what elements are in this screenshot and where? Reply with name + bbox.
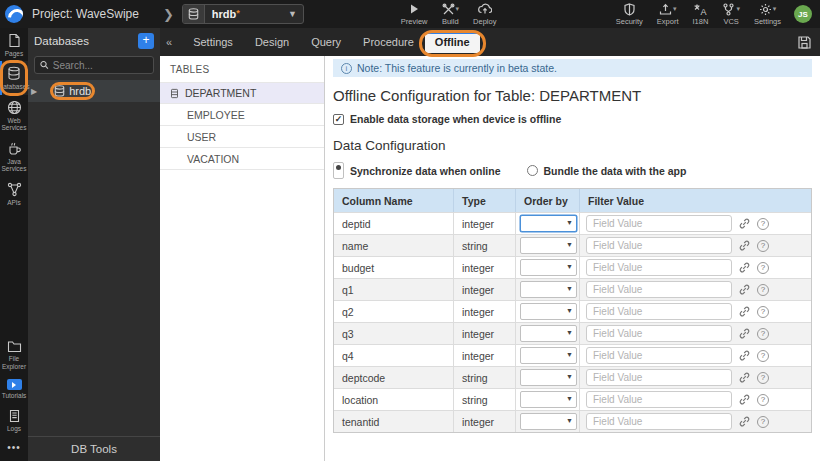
log-document-icon <box>8 409 21 423</box>
database-selector[interactable]: hrdb* ▼ <box>182 4 304 24</box>
database-selector-value: hrdb* <box>212 8 240 20</box>
security-button[interactable]: Security <box>616 3 643 26</box>
table-row: q3 integer ▼ ? <box>334 322 811 344</box>
tab-offline[interactable]: Offline <box>425 32 480 53</box>
bundle-data-radio[interactable] <box>527 165 538 176</box>
rail-item-logs[interactable]: Logs <box>0 404 28 436</box>
chevron-down-icon: ▾ <box>773 5 777 13</box>
filter-value-input[interactable] <box>586 413 732 430</box>
rail-item-web-services[interactable]: Web Services <box>0 95 28 136</box>
bind-link-icon[interactable] <box>738 217 751 230</box>
filter-value-input[interactable] <box>586 391 732 408</box>
rail-item-apis[interactable]: APIs <box>0 177 28 210</box>
filter-value-input[interactable] <box>586 237 732 254</box>
build-button[interactable]: ▾ Build <box>442 3 460 26</box>
order-by-select[interactable]: ▼ <box>520 391 577 408</box>
bind-link-icon[interactable] <box>738 261 751 274</box>
chevron-down-icon: ▼ <box>566 219 573 226</box>
table-icon <box>170 88 179 99</box>
order-by-select[interactable]: ▼ <box>520 347 577 364</box>
database-search-input[interactable] <box>53 60 148 71</box>
chevron-down-icon: ▼ <box>566 285 573 292</box>
order-by-select[interactable]: ▼ <box>520 237 577 254</box>
settings-button[interactable]: ▾ Settings <box>754 3 781 26</box>
help-icon[interactable]: ? <box>757 262 769 274</box>
table-row: q2 integer ▼ ? <box>334 300 811 322</box>
info-icon: i <box>341 63 352 74</box>
table-item-user[interactable]: USER <box>160 126 324 148</box>
table-item-employee[interactable]: EMPLOYEE <box>160 104 324 126</box>
order-by-select[interactable]: ▼ <box>520 413 577 430</box>
save-button[interactable] <box>797 35 812 50</box>
order-by-select[interactable]: ▼ <box>520 215 577 232</box>
help-icon[interactable]: ? <box>757 372 769 384</box>
tab-design[interactable]: Design <box>244 28 300 56</box>
bind-link-icon[interactable] <box>738 393 751 406</box>
deploy-button[interactable]: Deploy <box>473 3 496 26</box>
filter-value-input[interactable] <box>586 215 732 232</box>
table-item-department[interactable]: DEPARTMENT <box>160 82 324 104</box>
help-icon[interactable]: ? <box>757 284 769 296</box>
filter-value-input[interactable] <box>586 303 732 320</box>
collapse-panel-button[interactable]: « <box>166 36 172 48</box>
order-by-select[interactable]: ▼ <box>520 369 577 386</box>
help-icon[interactable]: ? <box>757 240 769 252</box>
filter-value-input[interactable] <box>586 281 732 298</box>
help-icon[interactable]: ? <box>757 416 769 428</box>
filter-value-input[interactable] <box>586 369 732 386</box>
column-name-cell: q3 <box>334 323 454 344</box>
order-by-select[interactable]: ▼ <box>520 303 577 320</box>
chevron-down-icon: ▼ <box>566 351 573 358</box>
tab-settings[interactable]: Settings <box>182 28 244 56</box>
help-icon[interactable]: ? <box>757 394 769 406</box>
database-search[interactable] <box>34 56 154 74</box>
rail-item-databases[interactable]: Databases <box>0 61 28 94</box>
bind-link-icon[interactable] <box>738 349 751 362</box>
export-button[interactable]: ▾ Export <box>657 3 679 26</box>
enable-offline-label: Enable data storage when device is offli… <box>350 113 561 125</box>
rail-item-java-services[interactable]: Java Services <box>0 136 28 177</box>
offline-config-content: i Note: This feature is currently in bet… <box>325 56 820 461</box>
search-icon <box>40 60 49 70</box>
add-database-button[interactable]: + <box>138 33 154 49</box>
order-by-select[interactable]: ▼ <box>520 259 577 276</box>
bind-link-icon[interactable] <box>738 327 751 340</box>
rail-item-tutorials[interactable]: Tutorials <box>0 374 28 403</box>
bind-link-icon[interactable] <box>738 371 751 384</box>
database-item-hrdb[interactable]: ▶ hrdb <box>28 80 160 102</box>
filter-value-input[interactable] <box>586 347 732 364</box>
table-header-row: Column Name Type Order by Filter Value <box>334 189 811 212</box>
order-by-select[interactable]: ▼ <box>520 325 577 342</box>
bind-link-icon[interactable] <box>738 305 751 318</box>
preview-button[interactable]: Preview <box>401 3 428 26</box>
bundle-data-label: Bundle the data with the app <box>544 165 687 177</box>
i18n-button[interactable]: A I18N <box>693 3 709 26</box>
help-icon[interactable]: ? <box>757 218 769 230</box>
filter-value-input[interactable] <box>586 259 732 276</box>
bind-link-icon[interactable] <box>738 239 751 252</box>
column-name-cell: deptcode <box>334 367 454 388</box>
help-icon[interactable]: ? <box>757 350 769 362</box>
tab-procedure[interactable]: Procedure <box>352 28 425 56</box>
header-type: Type <box>454 189 516 212</box>
user-avatar[interactable]: JS <box>794 5 812 23</box>
sync-online-radio[interactable] <box>333 162 344 179</box>
bind-link-icon[interactable] <box>738 283 751 296</box>
tab-query[interactable]: Query <box>300 28 352 56</box>
expand-arrow-icon[interactable]: ▶ <box>31 87 37 96</box>
more-options-button[interactable]: ••• <box>0 436 28 461</box>
chevron-down-icon: ▼ <box>288 9 297 19</box>
order-by-select[interactable]: ▼ <box>520 281 577 298</box>
column-type-cell: string <box>454 389 516 410</box>
table-item-vacation[interactable]: VACATION <box>160 148 324 170</box>
enable-offline-checkbox[interactable]: ✓ <box>333 114 344 125</box>
filter-value-input[interactable] <box>586 325 732 342</box>
help-icon[interactable]: ? <box>757 328 769 340</box>
db-tools-button[interactable]: DB Tools <box>28 436 160 461</box>
column-name-cell: tenantid <box>334 411 454 432</box>
help-icon[interactable]: ? <box>757 306 769 318</box>
rail-item-pages[interactable]: Pages <box>0 28 28 61</box>
rail-item-file-explorer[interactable]: File Explorer <box>0 335 28 374</box>
vcs-button[interactable]: ▾ VCS <box>722 3 740 26</box>
bind-link-icon[interactable] <box>738 415 751 428</box>
